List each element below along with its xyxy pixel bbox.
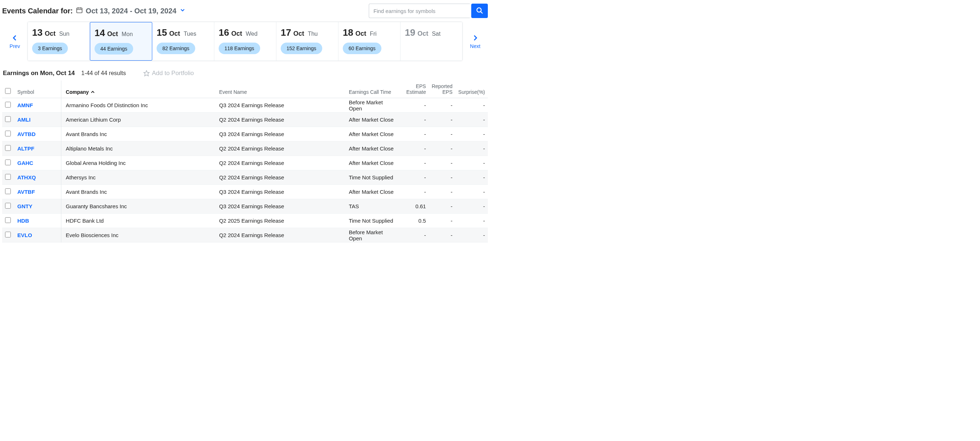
column-header-company[interactable]: Company <box>61 81 216 98</box>
reported-eps-cell: - <box>429 170 455 185</box>
event-cell: Q2 2024 Earnings Release <box>216 142 346 156</box>
row-checkbox[interactable] <box>5 145 11 151</box>
day-card-19: 19OctSat <box>401 22 462 60</box>
surprise-cell: - <box>455 142 488 156</box>
day-weekday: Mon <box>122 31 133 38</box>
company-cell: Altiplano Metals Inc <box>61 142 216 156</box>
row-checkbox[interactable] <box>5 102 11 108</box>
symbol-link[interactable]: HDB <box>18 218 29 224</box>
row-checkbox[interactable] <box>5 188 11 194</box>
day-card-16[interactable]: 16OctWed118 Earnings <box>214 22 277 60</box>
company-cell: Global Arena Holding Inc <box>61 156 216 170</box>
day-head: 13OctSun <box>32 27 85 38</box>
search-button[interactable] <box>471 3 488 18</box>
symbol-link[interactable]: AMLI <box>18 116 31 123</box>
table-row: AVTBFAvant Brands IncQ3 2024 Earnings Re… <box>2 185 488 199</box>
symbol-link[interactable]: ATHXQ <box>18 174 36 180</box>
day-weekday: Sat <box>432 31 441 37</box>
eps-estimate-cell: - <box>400 228 429 242</box>
day-weekday: Tues <box>184 31 196 37</box>
prev-week-button[interactable]: Prev <box>2 22 27 61</box>
eps-estimate-cell: - <box>400 170 429 185</box>
row-checkbox[interactable] <box>5 159 11 165</box>
day-weekday: Wed <box>246 31 258 37</box>
day-month: Oct <box>293 30 304 38</box>
eps-estimate-cell: - <box>400 113 429 127</box>
column-header-eps-estimate[interactable]: EPS Estimate <box>400 81 429 98</box>
table-row: GNTYGuaranty Bancshares IncQ3 2024 Earni… <box>2 199 488 213</box>
sort-ascending-icon <box>91 89 94 93</box>
call-time-cell: Before Market Open <box>346 228 400 242</box>
search-icon <box>476 6 484 16</box>
day-head: 16OctWed <box>219 27 272 38</box>
event-cell: Q2 2024 Earnings Release <box>216 170 346 185</box>
day-card-17[interactable]: 17OctThu152 Earnings <box>277 22 339 60</box>
row-checkbox[interactable] <box>5 174 11 180</box>
symbol-link[interactable]: GAHC <box>18 160 33 166</box>
results-count: 1-44 of 44 results <box>81 70 126 76</box>
event-cell: Q3 2024 Earnings Release <box>216 199 346 213</box>
earnings-count-pill: 82 Earnings <box>157 43 195 54</box>
select-all-checkbox[interactable] <box>5 88 11 94</box>
day-number: 17 <box>281 27 291 38</box>
symbol-link[interactable]: GNTY <box>18 203 32 209</box>
day-weekday: Fri <box>370 31 377 37</box>
day-number: 14 <box>94 27 105 38</box>
row-checkbox[interactable] <box>5 217 11 223</box>
chevron-right-icon <box>471 34 479 42</box>
company-cell: Guaranty Bancshares Inc <box>61 199 216 213</box>
symbol-link[interactable]: EVLO <box>18 232 32 238</box>
chevron-left-icon <box>11 34 19 42</box>
day-month: Oct <box>417 30 428 38</box>
day-head: 18OctFri <box>343 27 396 38</box>
table-row: HDBHDFC Bank LtdQ2 2025 Earnings Release… <box>2 213 488 228</box>
symbol-link[interactable]: AMNF <box>18 102 33 108</box>
company-cell: HDFC Bank Ltd <box>61 213 216 228</box>
chevron-down-icon[interactable] <box>179 7 186 15</box>
symbol-link[interactable]: AVTBF <box>18 189 35 195</box>
reported-eps-cell: - <box>429 185 455 199</box>
calendar-icon[interactable] <box>76 6 83 15</box>
day-card-14[interactable]: 14OctMon44 Earnings <box>90 22 152 60</box>
row-checkbox[interactable] <box>5 203 11 209</box>
company-cell: Avant Brands Inc <box>61 185 216 199</box>
search-input[interactable] <box>369 3 470 18</box>
day-month: Oct <box>169 30 180 38</box>
day-number: 18 <box>343 27 353 38</box>
eps-estimate-cell: - <box>400 98 429 113</box>
column-header-surprise[interactable]: Surprise(%) <box>455 81 488 98</box>
eps-estimate-cell: - <box>400 156 429 170</box>
day-card-18[interactable]: 18OctFri60 Earnings <box>339 22 401 60</box>
column-header-event[interactable]: Event Name <box>216 81 346 98</box>
surprise-cell: - <box>455 98 488 113</box>
row-checkbox[interactable] <box>5 131 11 137</box>
call-time-cell: TAS <box>346 199 400 213</box>
company-cell: Athersys Inc <box>61 170 216 185</box>
call-time-cell: Time Not Supplied <box>346 213 400 228</box>
reported-eps-cell: - <box>429 199 455 213</box>
column-header-symbol[interactable]: Symbol <box>14 81 61 98</box>
day-card-13[interactable]: 13OctSun3 Earnings <box>28 22 90 60</box>
day-card-15[interactable]: 15OctTues82 Earnings <box>152 22 214 60</box>
row-checkbox[interactable] <box>5 116 11 122</box>
symbol-link[interactable]: ALTPF <box>18 145 34 151</box>
reported-eps-cell: - <box>429 156 455 170</box>
earnings-count-pill: 60 Earnings <box>343 43 382 54</box>
next-week-button[interactable]: Next <box>463 22 488 61</box>
surprise-cell: - <box>455 113 488 127</box>
event-cell: Q2 2024 Earnings Release <box>216 113 346 127</box>
date-range[interactable]: Oct 13, 2024 - Oct 19, 2024 <box>86 7 177 15</box>
column-header-reported-eps[interactable]: Reported EPS <box>429 81 455 98</box>
row-checkbox[interactable] <box>5 232 11 237</box>
page-title: Events Calendar for: <box>2 7 73 15</box>
add-to-portfolio-label: Add to Portfolio <box>152 70 194 77</box>
symbol-link[interactable]: AVTBD <box>18 131 36 137</box>
table-row: AMLIAmerican Lithium CorpQ2 2024 Earning… <box>2 113 488 127</box>
day-head: 15OctTues <box>157 27 210 38</box>
add-to-portfolio-button[interactable]: Add to Portfolio <box>143 70 194 77</box>
company-cell: Armanino Foods Of Distinction Inc <box>61 98 216 113</box>
column-header-time[interactable]: Earnings Call Time <box>346 81 400 98</box>
day-number: 15 <box>157 27 167 38</box>
svg-rect-0 <box>76 8 82 13</box>
day-number: 16 <box>219 27 229 38</box>
